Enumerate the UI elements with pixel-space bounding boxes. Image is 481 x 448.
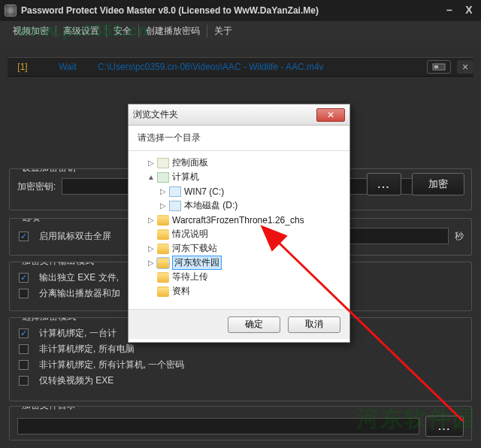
key-label: 加密密钥: (17, 180, 56, 193)
tree-expander-icon[interactable]: ▷ (147, 244, 156, 253)
output-dir-input[interactable] (17, 418, 419, 434)
drive-icon (169, 186, 181, 197)
menu-security[interactable]: 安全 (107, 25, 139, 38)
tree-node[interactable]: 资料 (135, 284, 343, 298)
tree-node-label: 河东下载站 (172, 242, 217, 255)
tree-node[interactable]: ▷河东软件园 (135, 256, 343, 270)
tree-node[interactable]: ▷Warcraft3FrozenThrone1.26_chs (135, 213, 343, 227)
menu-about[interactable]: 关于 (207, 25, 239, 38)
panel-legend-key: 设置加密密钥 (17, 168, 80, 174)
menubar: 视频加密 高级设置 安全 创建播放密码 关于 (0, 21, 481, 41)
folder-icon (157, 229, 169, 240)
window-minimize[interactable]: – (442, 5, 457, 16)
seconds-suffix: 秒 (455, 230, 464, 243)
dialog-close-icon[interactable]: ✕ (316, 108, 345, 122)
tree-node-label: 情况说明 (172, 228, 208, 241)
menu-create-play-pwd[interactable]: 创建播放密码 (139, 25, 207, 38)
key-browse-button[interactable]: ... (367, 173, 401, 195)
tree-node-label: WIN7 (C:) (184, 186, 224, 197)
radio-nonbind-onepwd[interactable] (19, 360, 29, 370)
tree-expander-icon[interactable]: ▷ (159, 201, 168, 210)
radio-nonbind-all-label: 非计算机绑定, 所有电脑 (39, 343, 135, 356)
window-title: Password Protect Video Master v8.0 (Lice… (21, 5, 319, 16)
folder-icon (157, 244, 169, 254)
dialog-subtitle: 请选择一个目录 (129, 126, 349, 151)
dialog-title: 浏览文件夹 (133, 108, 316, 121)
panel-legend-options: 选项 (17, 218, 44, 224)
tree-expander-icon[interactable]: ▷ (147, 216, 156, 224)
tree-node-label: 控制面板 (172, 156, 208, 169)
svg-rect-1 (434, 65, 438, 68)
radio-convert-exe[interactable] (19, 376, 29, 386)
file-index: [1] (8, 62, 38, 72)
tree-expander-icon[interactable]: ▷ (147, 159, 156, 167)
chk-fullscreen[interactable] (19, 232, 29, 241)
tree-expander-icon[interactable]: ▲ (147, 173, 156, 181)
panel-output-dir: 加密文件目录 ... (9, 406, 472, 440)
radio-nonbind-all[interactable] (19, 344, 29, 354)
dialog-titlebar[interactable]: 浏览文件夹 ✕ (129, 104, 349, 126)
file-remove-icon[interactable]: × (457, 60, 473, 74)
tree-node[interactable]: ▲计算机 (135, 170, 343, 184)
titlebar[interactable]: Password Protect Video Master v8.0 (Lice… (0, 0, 481, 21)
tree-node[interactable]: ▷WIN7 (C:) (135, 184, 343, 198)
tree-node[interactable]: ▷控制面板 (135, 156, 343, 170)
panel-icon (157, 158, 169, 168)
folder-icon (157, 272, 169, 283)
window-close[interactable]: X (461, 5, 476, 16)
panel-legend-outmode: 加密文件输出模式 (17, 262, 98, 268)
chk-exe-label: 输出独立 EXE 文件, (39, 271, 119, 284)
pc-icon (157, 172, 169, 183)
chk-split[interactable] (19, 289, 29, 298)
radio-bind-pc[interactable] (19, 328, 29, 338)
tree-node-label: 本地磁盘 (D:) (184, 199, 237, 212)
chk-fullscreen-label: 启用鼠标双击全屏 (39, 230, 111, 243)
folder-icon (157, 258, 169, 268)
tree-node-label: Warcraft3FrozenThrone1.26_chs (172, 215, 304, 226)
chk-split-label: 分离输出播放器和加 (39, 287, 120, 300)
radio-bind-pc-label: 计算机绑定, 一台计 (39, 327, 116, 340)
file-row[interactable]: [1] Wait C:\Users\pc0359.cn-06\Videos\AA… (8, 57, 473, 77)
radio-convert-exe-label: 仅转换视频为 EXE (39, 374, 113, 387)
tree-node-label: 河东软件园 (172, 256, 222, 270)
dialog-ok-button[interactable]: 确定 (228, 316, 280, 333)
tree-node[interactable]: ▷河东下载站 (135, 241, 343, 256)
tree-node[interactable]: ▷本地磁盘 (D:) (135, 198, 343, 213)
app-icon (5, 5, 17, 17)
tree-node-label: 资料 (172, 285, 190, 298)
file-status: Wait (38, 62, 98, 72)
folder-icon (157, 215, 169, 226)
output-dir-browse[interactable]: ... (425, 416, 464, 437)
chk-exe[interactable] (19, 273, 29, 283)
file-edit-icon[interactable] (427, 60, 451, 74)
tree-node[interactable]: 等待上传 (135, 270, 343, 284)
tree-expander-icon[interactable]: ▷ (147, 259, 156, 267)
dialog-cancel-button[interactable]: 取消 (288, 316, 340, 333)
tree-node-label: 等待上传 (172, 271, 208, 283)
encrypt-button[interactable]: 加密 (412, 173, 464, 195)
folder-icon (157, 286, 169, 297)
tree-expander-icon[interactable]: ▷ (159, 187, 168, 195)
file-path: C:\Users\pc0359.cn-06\Videos\AAC - Wildl… (98, 62, 421, 72)
tree-node[interactable]: 情况说明 (135, 227, 343, 241)
tree-node-label: 计算机 (172, 171, 199, 183)
browse-folder-dialog: 浏览文件夹 ✕ 请选择一个目录 ▷控制面板▲计算机▷WIN7 (C:)▷本地磁盘… (128, 104, 350, 343)
menu-encrypt[interactable]: 视频加密 (6, 25, 56, 38)
menu-advanced[interactable]: 高级设置 (56, 25, 107, 38)
folder-tree[interactable]: ▷控制面板▲计算机▷WIN7 (C:)▷本地磁盘 (D:)▷Warcraft3F… (129, 151, 349, 309)
radio-nonbind-onepwd-label: 非计算机绑定, 所有计算机, 一个密码 (39, 359, 184, 371)
panel-legend-outdir: 加密文件目录 (17, 406, 80, 412)
panel-legend-encmode: 选择加密模式 (17, 317, 80, 323)
drive-icon (169, 201, 181, 211)
